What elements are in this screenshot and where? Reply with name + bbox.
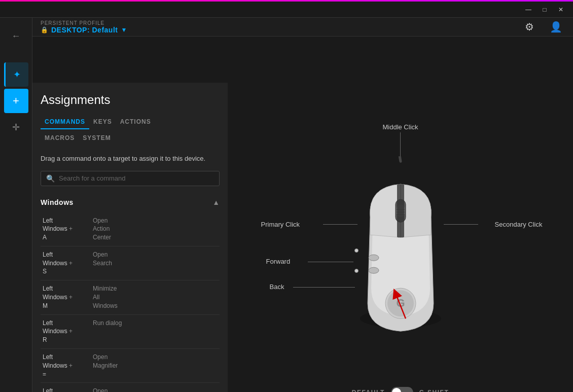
tab-actions[interactable]: ACTIONS: [116, 115, 155, 129]
default-label: DEFAULT: [352, 389, 385, 392]
list-item[interactable]: Left Windows + A Open Action Center: [41, 212, 220, 246]
forward-label: Forward: [266, 257, 291, 266]
middle-click-label: Middle Click: [382, 122, 418, 131]
toggle-area: DEFAULT G-SHIFT: [352, 387, 449, 392]
tabs-row-1: COMMANDS KEYS ACTIONS: [41, 115, 220, 129]
list-item[interactable]: Left Windows + R Run dialog: [41, 315, 220, 349]
assignments-title: Assignments: [41, 93, 220, 107]
right-panel: Middle Click Primary Click Secondary Cli…: [228, 83, 573, 392]
maximize-button[interactable]: □: [536, 3, 553, 17]
sidebar-item-back[interactable]: ←: [4, 24, 28, 48]
mouse-diagram-container: Middle Click Primary Click Secondary Cli…: [248, 113, 553, 377]
header-actions: ⚙ 👤: [520, 18, 565, 36]
drag-instruction: Drag a command onto a target to assign i…: [41, 154, 220, 164]
command-description: Minimize All Windows: [93, 284, 118, 310]
settings-button[interactable]: ⚙: [520, 18, 539, 36]
user-icon: 👤: [550, 21, 562, 33]
gshift-label: G-SHIFT: [419, 389, 449, 392]
command-keys: Left Windows + X: [43, 387, 91, 392]
profile-button[interactable]: 👤: [547, 18, 565, 36]
command-description: Open Quick Links: [93, 387, 109, 392]
tabs-row-2: MACROS SYSTEM: [41, 131, 220, 146]
content-area: Assignments COMMANDS KEYS ACTIONS MACROS…: [32, 83, 573, 392]
back-label: Back: [270, 282, 284, 291]
windows-section-title: Windows: [41, 198, 74, 206]
command-keys: Left Windows + M: [43, 284, 91, 310]
list-item[interactable]: Left Windows + M Minimize All Windows: [41, 280, 220, 314]
lock-icon: 🔒: [41, 26, 48, 33]
icon-bar: ← ✦ + ✛: [0, 18, 32, 392]
close-button[interactable]: ✕: [553, 3, 569, 17]
command-keys: Left Windows + =: [43, 353, 91, 378]
gear-icon: ⚙: [525, 21, 534, 33]
mouse-svg: G: [345, 156, 456, 349]
svg-rect-7: [397, 184, 404, 237]
secondary-click-label: Secondary Click: [495, 220, 543, 229]
back-dot: [354, 269, 359, 273]
left-panel: Assignments COMMANDS KEYS ACTIONS MACROS…: [32, 83, 228, 392]
window-controls: — □ ✕: [520, 3, 569, 17]
command-description: Run dialog: [93, 319, 122, 328]
svg-point-9: [369, 267, 379, 273]
back-arrow-icon: ←: [12, 31, 21, 42]
tab-system[interactable]: SYSTEM: [79, 131, 115, 146]
lighting-icon: ✦: [13, 69, 21, 80]
command-keys: Left Windows + S: [43, 251, 91, 276]
command-description: Open Search: [93, 251, 112, 268]
title-bar: — □ ✕: [0, 2, 573, 18]
desktop-chevron-icon[interactable]: ▼: [121, 26, 127, 33]
windows-section-header[interactable]: Windows ▲: [41, 194, 220, 210]
search-box: 🔍: [41, 171, 220, 186]
gshift-toggle[interactable]: [391, 387, 413, 392]
app-layout: ← ✦ + ✛ PERSISTENT PROFILE 🔒 DESKTOP: De…: [0, 18, 573, 392]
list-item[interactable]: Left Windows + = Open Magnifier: [41, 349, 220, 383]
persistent-profile-label: PERSISTENT PROFILE: [41, 20, 127, 26]
add-icon: +: [13, 94, 19, 108]
sidebar-item-add[interactable]: +: [4, 89, 28, 113]
sidebar-item-lighting[interactable]: ✦: [4, 62, 28, 87]
tab-keys[interactable]: KEYS: [89, 115, 116, 129]
desktop-label-text: DESKTOP: Default: [51, 26, 118, 34]
list-item[interactable]: Left Windows + X Open Quick Links: [41, 383, 220, 392]
forward-dot: [354, 248, 359, 253]
command-description: Open Action Center: [93, 217, 111, 242]
primary-click-label: Primary Click: [261, 220, 300, 229]
search-input[interactable]: [59, 174, 214, 182]
desktop-label: 🔒 DESKTOP: Default ▼: [41, 26, 127, 34]
command-keys: Left Windows + R: [43, 319, 91, 344]
svg-point-8: [369, 255, 379, 261]
minimize-button[interactable]: —: [520, 3, 536, 17]
tab-commands[interactable]: COMMANDS: [41, 115, 89, 129]
search-icon: 🔍: [46, 174, 55, 183]
command-description: Open Magnifier: [93, 353, 118, 370]
windows-section-chevron-icon: ▲: [212, 198, 220, 206]
move-icon: ✛: [12, 122, 20, 133]
header: PERSISTENT PROFILE 🔒 DESKTOP: Default ▼ …: [32, 18, 573, 37]
list-item[interactable]: Left Windows + S Open Search: [41, 246, 220, 280]
command-keys: Left Windows + A: [43, 217, 91, 242]
tab-macros[interactable]: MACROS: [41, 131, 79, 146]
profile-info: PERSISTENT PROFILE 🔒 DESKTOP: Default ▼: [41, 20, 127, 34]
sidebar-item-move[interactable]: ✛: [4, 115, 28, 139]
